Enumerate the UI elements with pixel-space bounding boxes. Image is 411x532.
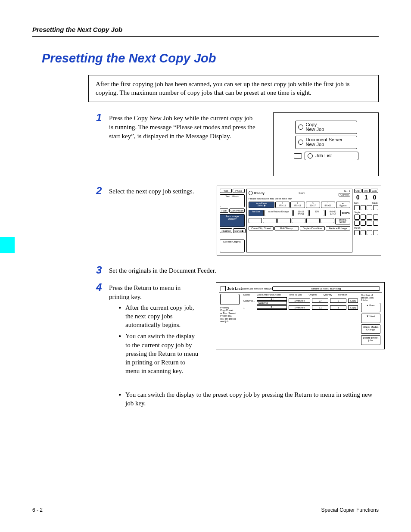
- step-1-text: Press the Copy New Job key while the cur…: [109, 112, 256, 141]
- original-type-panel: TextPhoto Text · Photo PaleGeneration Au…: [220, 189, 245, 252]
- cancel-btn: Cancel: [339, 193, 350, 196]
- running-head: Presetting the Next Copy Job: [32, 26, 379, 37]
- orientation-icon: [321, 218, 334, 223]
- step-number-2: 2: [96, 186, 105, 196]
- step-3-text: Set the originals in the Document Feeder…: [109, 265, 379, 275]
- tray-1: 1 8½×11: [275, 202, 290, 208]
- step-number-1: 1: [96, 112, 105, 123]
- ratio-93: 93%: [309, 210, 324, 216]
- led-icon: [308, 153, 313, 159]
- lighter-btn: ◁Lighter: [220, 228, 232, 233]
- check-modes-btn: Check Modes Change: [361, 324, 380, 334]
- ratio-preset-1: 11×15 8½×11: [293, 210, 308, 216]
- orientation-icon: [249, 218, 262, 223]
- counter-finishing-panel: Orig. Q'ty Copy 0 1 0 Sort:Stack: Staple…: [354, 189, 378, 252]
- qty-count: 1: [362, 194, 370, 201]
- step-4-text: Press the Return to menu in printing key…: [109, 283, 199, 302]
- copy-label: Copy: [371, 189, 378, 193]
- preset-count: Number of preset jobs: 1Jobs: [361, 294, 380, 302]
- led-icon: [298, 124, 303, 130]
- indicator-icon: [294, 153, 302, 159]
- step-number-3: 3: [96, 265, 105, 275]
- bullet-2: You can switch the display to the curren…: [118, 332, 199, 375]
- pale-mode: Pale: [220, 208, 228, 213]
- led-icon: [298, 140, 303, 145]
- full-size: Full Size: [249, 210, 264, 216]
- table-headers: Status Job number Doc.name Time To End O…: [241, 292, 359, 297]
- footer-section: Special Copier Functions: [321, 507, 379, 513]
- mode-label: Copy: [299, 192, 305, 194]
- list-icon: [221, 286, 226, 291]
- doc-server-new-job-key: Document Server New Job: [295, 136, 357, 149]
- prev-btn: ▲ Prev.: [361, 303, 380, 312]
- figure-copy-settings-screen: TextPhoto Text · Photo PaleGeneration Au…: [217, 186, 381, 255]
- figure-hardware-keys: Copy New Job Document Server New Job Job…: [273, 112, 379, 176]
- photo-mode: Photo: [233, 189, 245, 193]
- preset-note: Pressing Copy/Preset or Doc. Server/ Pre…: [220, 306, 240, 324]
- tray-3: 3 11×17: [306, 202, 320, 208]
- figure-job-list-screen: Job List Latest job status is shown. Ret…: [216, 282, 385, 349]
- bullet-3: You can switch the display to the preset…: [118, 390, 379, 408]
- shrink-center: Shrink& Center: [335, 218, 350, 224]
- darker-btn: Darker▶: [233, 228, 246, 233]
- generation-mode: Generation: [229, 208, 245, 213]
- next-btn: ▼ Next: [361, 314, 380, 323]
- orig-count: 0: [354, 194, 361, 201]
- text-photo-mode: Text · Photo: [220, 194, 245, 207]
- step-number-4: 4: [96, 282, 105, 292]
- ratio-100: 100%: [342, 211, 350, 215]
- ratio-preset-2: 8½×11 11×17: [325, 210, 340, 216]
- qty-label: Q'ty: [362, 189, 370, 193]
- delete-preset-btn: Delete preset jobs: [361, 335, 380, 345]
- auto-reduce-enlarge: Auto Reduce/Enlarge: [265, 210, 293, 216]
- job-list-key: Job List: [305, 152, 358, 160]
- copy-new-job-key: Copy New Job: [295, 121, 357, 134]
- orientation-icon: [263, 218, 276, 223]
- orig-label: Orig.: [354, 189, 361, 193]
- status-msg: Latest job status is shown.: [242, 287, 272, 290]
- table-row: Copying... 1 :Copying 1minutes 27 2 Copy: [241, 297, 359, 305]
- job-list-title: Job List: [221, 286, 242, 291]
- reduce-enlarge: Reduce/Enlarge: [326, 226, 351, 230]
- copy-count: 0: [371, 194, 378, 201]
- intro-box: After the first copying job has been sca…: [88, 75, 379, 102]
- duplex-combine: Duplex/Combine: [300, 226, 325, 230]
- printer-icon: [220, 294, 240, 305]
- special-original: Special Original: [220, 240, 245, 252]
- tray-2: 2 8½×11: [290, 202, 305, 208]
- status-message: Please set modes and press start key.: [247, 197, 352, 201]
- page-number: 6 - 2: [32, 507, 43, 513]
- orientation-icon: [292, 218, 305, 223]
- auto-paper-select: Auto Paper Select ▶: [249, 202, 274, 208]
- auto-density: Auto Image Density: [220, 214, 245, 227]
- orientation-icon: [306, 218, 320, 223]
- return-to-menu-btn: Return to menu in printing: [272, 286, 380, 291]
- bullet-1: After the current copy job, the next cop…: [118, 303, 199, 330]
- bypass-tray: ↵ Bypass: [336, 202, 350, 208]
- job-number: No. 2: [344, 190, 350, 193]
- tray-4: 1 8½×11: [321, 202, 335, 208]
- table-row: 1 2 : 1minutes 11 1 Copy: [241, 305, 359, 311]
- orientation-icon: [277, 218, 291, 223]
- step-2-text: Select the next copy job settings.: [109, 186, 199, 196]
- cover-slip-sheet: Cover/Slip Sheet: [249, 226, 274, 230]
- page-title: Presetting the Next Copy Job: [42, 51, 379, 65]
- ready-status: Ready: [249, 191, 265, 195]
- text-mode: Text: [220, 189, 232, 193]
- edit-stamp: Edit/Stamp: [274, 226, 299, 230]
